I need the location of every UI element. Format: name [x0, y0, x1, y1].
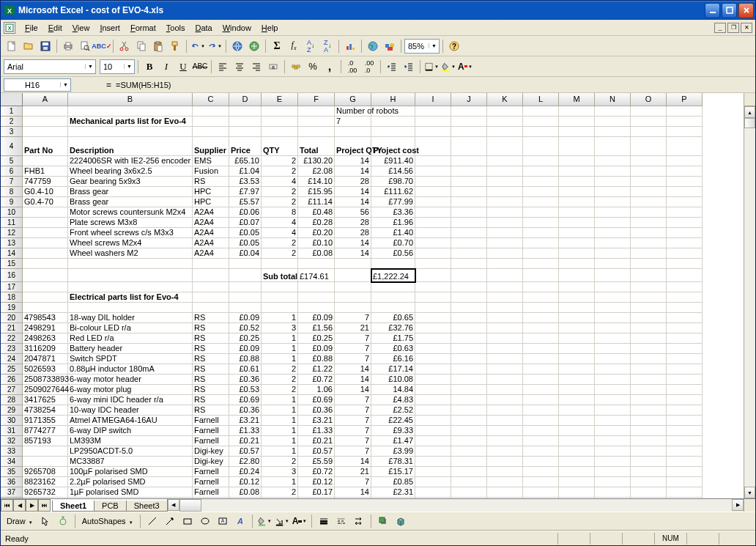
cell-N5[interactable]	[595, 156, 631, 166]
cell-D34[interactable]: £2.80	[229, 457, 262, 467]
cell-D14[interactable]: £0.04	[229, 248, 262, 259]
cell-E29[interactable]: 1	[262, 405, 298, 416]
cell-C4[interactable]: Supplier	[193, 137, 229, 156]
cell-A9[interactable]: G0.4-70	[23, 197, 68, 207]
cell-I11[interactable]	[415, 218, 451, 228]
cell-D5[interactable]: £65.10	[229, 156, 262, 166]
menu-edit[interactable]: Edit	[43, 22, 67, 34]
row-header-3[interactable]: 3	[1, 127, 23, 137]
vertical-scrollbar[interactable]: ▲ ▼	[744, 106, 755, 498]
cell-C36[interactable]: Farnell	[193, 477, 229, 487]
cell-G10[interactable]: 56	[335, 207, 371, 218]
cell-D26[interactable]: £0.36	[229, 375, 262, 385]
cell-L30[interactable]	[523, 416, 559, 426]
cell-C13[interactable]: A2A4	[193, 238, 229, 248]
cell-N2[interactable]	[595, 117, 631, 127]
menu-insert[interactable]: Insert	[94, 22, 125, 34]
cell-F11[interactable]: £0.28	[298, 218, 335, 228]
scroll-left-button[interactable]: ◀	[168, 499, 179, 511]
rotate-button[interactable]	[55, 513, 71, 529]
cell-F23[interactable]: £0.09	[298, 344, 335, 354]
row-header-2[interactable]: 2	[1, 117, 23, 127]
cell-I2[interactable]	[415, 117, 451, 127]
cell-F27[interactable]: 1.06	[298, 385, 335, 395]
cell-H22[interactable]: £1.75	[371, 333, 415, 344]
line-button[interactable]	[144, 513, 160, 529]
cell-P16[interactable]	[667, 269, 703, 282]
cell-O32[interactable]	[631, 436, 667, 446]
doc-restore-button[interactable]: ❐	[727, 23, 739, 33]
cell-I29[interactable]	[415, 405, 451, 416]
cell-A28[interactable]: 3417625	[23, 395, 68, 405]
cell-G24[interactable]: 7	[335, 354, 371, 364]
cell-D23[interactable]: £0.09	[229, 344, 262, 354]
cell-M11[interactable]	[559, 218, 595, 228]
decrease-indent-button[interactable]	[384, 59, 400, 75]
cell-H20[interactable]: £0.65	[371, 313, 415, 323]
cell-O28[interactable]	[631, 395, 667, 405]
cell-A4[interactable]: Part No	[23, 137, 68, 156]
italic-button[interactable]: I	[158, 59, 174, 75]
cell-F20[interactable]: £0.09	[298, 313, 335, 323]
cell-E36[interactable]: 1	[262, 477, 298, 487]
cell-C15[interactable]	[193, 259, 229, 269]
cell-K32[interactable]	[487, 436, 523, 446]
cell-C5[interactable]: EMS	[193, 156, 229, 166]
cell-D28[interactable]: £0.69	[229, 395, 262, 405]
cell-N23[interactable]	[595, 344, 631, 354]
cell-M19[interactable]	[559, 303, 595, 313]
cell-B5[interactable]: 2224006SR with IE2-256 encoder	[68, 156, 193, 166]
row-header-25[interactable]: 25	[1, 364, 23, 375]
cell-G9[interactable]: 14	[335, 197, 371, 207]
wordart-button[interactable]: A	[232, 513, 248, 529]
cell-I22[interactable]	[415, 333, 451, 344]
cell-P32[interactable]	[667, 436, 703, 446]
cell-P3[interactable]	[667, 127, 703, 137]
cell-M10[interactable]	[559, 207, 595, 218]
cell-K17[interactable]	[487, 282, 523, 292]
cell-I12[interactable]	[415, 228, 451, 238]
cell-C24[interactable]: RS	[193, 354, 229, 364]
cell-P34[interactable]	[667, 457, 703, 467]
cell-N35[interactable]	[595, 467, 631, 477]
column-header-A[interactable]: A	[23, 93, 68, 106]
cell-G11[interactable]: 28	[335, 218, 371, 228]
cell-H7[interactable]: £98.70	[371, 177, 415, 187]
cell-K29[interactable]	[487, 405, 523, 416]
cell-L10[interactable]	[523, 207, 559, 218]
cell-N17[interactable]	[595, 282, 631, 292]
web-toolbar-button[interactable]	[246, 38, 262, 54]
cell-B15[interactable]	[68, 259, 193, 269]
row-header-15[interactable]: 15	[1, 259, 23, 269]
cell-E20[interactable]: 1	[262, 313, 298, 323]
cell-F13[interactable]: £0.10	[298, 238, 335, 248]
cell-L9[interactable]	[523, 197, 559, 207]
column-header-C[interactable]: C	[193, 93, 229, 106]
cell-L31[interactable]	[523, 426, 559, 436]
cell-O14[interactable]	[631, 248, 667, 259]
cell-O20[interactable]	[631, 313, 667, 323]
cell-F9[interactable]: £11.14	[298, 197, 335, 207]
row-header-16[interactable]: 16	[1, 269, 23, 282]
percent-button[interactable]: %	[305, 59, 321, 75]
row-header-31[interactable]: 31	[1, 426, 23, 436]
cell-O23[interactable]	[631, 344, 667, 354]
cell-B11[interactable]: Plate screws M3x8	[68, 218, 193, 228]
cell-C31[interactable]: Farnell	[193, 426, 229, 436]
cell-B31[interactable]: 6-way DIP switch	[68, 426, 193, 436]
cell-O9[interactable]	[631, 197, 667, 207]
cell-F18[interactable]	[298, 292, 335, 303]
cell-N8[interactable]	[595, 187, 631, 197]
cell-G12[interactable]: 28	[335, 228, 371, 238]
cell-P2[interactable]	[667, 117, 703, 127]
cell-G4[interactable]: Project QTY	[335, 137, 371, 156]
cell-K16[interactable]	[487, 269, 523, 282]
cell-P10[interactable]	[667, 207, 703, 218]
tab-first-button[interactable]: ⏮	[1, 499, 13, 512]
cell-F19[interactable]	[298, 303, 335, 313]
cell-O21[interactable]	[631, 323, 667, 333]
cell-L25[interactable]	[523, 364, 559, 375]
cell-G20[interactable]: 7	[335, 313, 371, 323]
cell-P29[interactable]	[667, 405, 703, 416]
cell-N11[interactable]	[595, 218, 631, 228]
